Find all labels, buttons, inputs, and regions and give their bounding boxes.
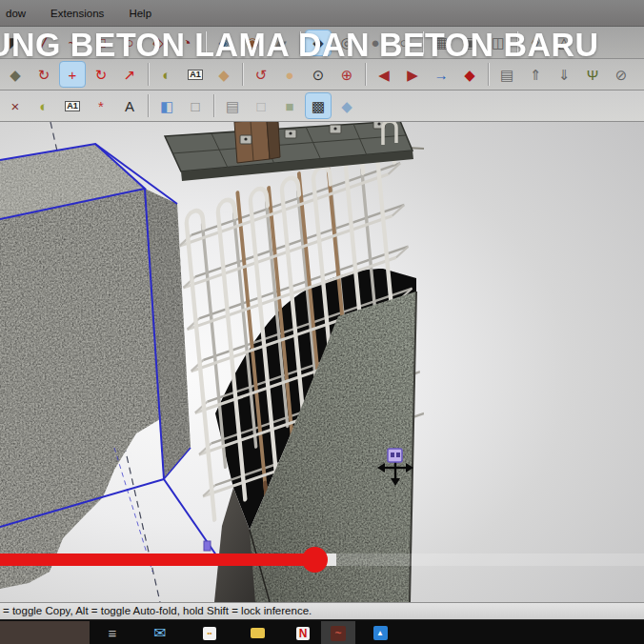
arc-tool-icon[interactable]: ◔ <box>174 30 199 55</box>
toolbar-separator <box>299 31 301 54</box>
eraser-icon[interactable]: ▰ <box>269 30 293 55</box>
taskbar-left-block <box>0 621 90 644</box>
smoove-icon[interactable]: ⊘ <box>609 62 634 87</box>
highlighted-tool-icon[interactable]: ◆ <box>306 30 331 55</box>
toolbar-separator <box>213 94 215 117</box>
toolbar-row-2: ◆↻+↻↗◐A1◆↺●⊙⊕◀▶→◆▤⇑⇓Ψ⊘ <box>0 59 644 91</box>
grass-fur-icon[interactable]: Ψ <box>580 62 605 87</box>
model-viewport[interactable] <box>0 122 644 602</box>
toolbar-separator <box>365 63 367 86</box>
store-icon[interactable]: •• <box>192 621 227 644</box>
move-tool-icon[interactable]: + <box>60 62 85 87</box>
toolbar-separator <box>516 31 518 54</box>
zoom-extents-icon[interactable]: ⊕ <box>334 62 359 87</box>
offset-tool-icon[interactable]: ◆ <box>3 62 28 87</box>
sketchup-video-frame: dowExtensionsHelp ◤╱~□○◇◔◈◉▰◆◎●○▦▣◫◊△ ◆↻… <box>0 0 644 644</box>
wireframe-mode-icon[interactable]: □ <box>183 93 208 118</box>
paint-bucket-icon[interactable]: ◉ <box>240 30 265 55</box>
sandbox-table-icon[interactable]: ◊ <box>523 30 548 55</box>
active-app-icon-tile: ~ <box>331 626 346 641</box>
teapot-render-icon[interactable]: ● <box>363 30 388 55</box>
pushpull-tool-icon[interactable]: ◐ <box>154 62 179 87</box>
windows-taskbar[interactable]: ≡✉••N~▲ <box>0 619 644 644</box>
inference-marker <box>204 541 211 551</box>
axes-partial-icon[interactable]: × <box>3 93 28 118</box>
store-icon-tile: •• <box>203 627 216 640</box>
window-dialog-icon[interactable]: ▦ <box>429 30 453 55</box>
xray-mode-icon[interactable]: ◧ <box>154 93 179 118</box>
shaded-mode-icon[interactable]: ■ <box>277 93 302 118</box>
sandbox-contours-icon[interactable]: ▤ <box>494 62 519 87</box>
app-chrome: dowExtensionsHelp ◤╱~□○◇◔◈◉▰◆◎●○▦▣◫◊△ ◆↻… <box>0 0 644 122</box>
toolbar-separator <box>488 63 490 86</box>
active-app-icon[interactable]: ~ <box>321 621 355 644</box>
toolbar-separator <box>422 31 424 54</box>
toolbar-row-3: ×◐A1*A◧□▤□■▩◆ <box>0 91 644 122</box>
hidden-line-mode-icon[interactable]: □ <box>249 93 273 118</box>
text-tool-icon[interactable]: A1 <box>183 62 208 87</box>
status-message: = toggle Copy, Alt = toggle Auto-fold, h… <box>3 605 312 616</box>
shell-tool-icon[interactable]: ◐ <box>31 93 56 118</box>
line-tool-icon[interactable]: ╱ <box>31 30 56 55</box>
orbit-tool-icon[interactable]: ↺ <box>249 62 273 87</box>
styles-dialog-icon[interactable]: ◫ <box>486 30 511 55</box>
teapot-render-2-icon[interactable]: ○ <box>392 30 416 55</box>
photos-icon-tile: ▲ <box>373 626 388 640</box>
polygon-tool-icon[interactable]: ◇ <box>146 30 171 55</box>
measure-tool-icon[interactable]: ◆ <box>211 62 236 87</box>
gem-icon[interactable]: ◆ <box>457 62 482 87</box>
mail-icon[interactable]: ✉ <box>143 621 177 644</box>
file-explorer-icon[interactable] <box>240 621 274 644</box>
drape-down-icon[interactable]: ⇓ <box>552 62 576 87</box>
toolbar-separator <box>148 63 150 86</box>
status-bar: = toggle Copy, Alt = toggle Auto-fold, h… <box>0 602 644 619</box>
freehand-tool-icon[interactable]: ~ <box>60 30 85 55</box>
scene-canvas <box>0 122 644 602</box>
netflix-icon-tile: N <box>296 627 310 640</box>
back-edges-mode-icon[interactable]: ▤ <box>220 93 245 118</box>
video-playhead[interactable] <box>302 547 328 573</box>
toolbar-separator <box>148 94 150 117</box>
task-view-icon[interactable]: ≡ <box>95 621 130 644</box>
select-tool-icon[interactable]: ◤ <box>3 30 28 55</box>
circle-tool-icon[interactable]: ○ <box>117 30 142 55</box>
lock-dialog-icon[interactable]: ▣ <box>457 30 482 55</box>
netflix-icon[interactable]: N <box>286 621 320 644</box>
toolbar-row-1: ◤╱~□○◇◔◈◉▰◆◎●○▦▣◫◊△ <box>0 27 644 59</box>
toolbar-separator <box>205 31 207 54</box>
video-progress-played <box>0 553 314 566</box>
next-view-icon[interactable]: ▶ <box>400 62 425 87</box>
walk-tool-icon[interactable]: ◎ <box>334 30 359 55</box>
previous-view-icon[interactable]: ◀ <box>372 62 396 87</box>
export-icon[interactable]: → <box>429 62 453 87</box>
formwork-plate[interactable] <box>165 122 424 181</box>
file-explorer-icon-tile <box>251 628 265 638</box>
rectangle-tool-icon[interactable]: □ <box>89 30 113 55</box>
menu-bar: dowExtensionsHelp <box>0 0 644 27</box>
instructor-icon[interactable]: △ <box>552 30 576 55</box>
follow-me-tool-icon[interactable]: ↻ <box>31 62 56 87</box>
make-component-icon[interactable]: ◈ <box>211 30 236 55</box>
3d-text-tool-icon[interactable]: A <box>117 93 142 118</box>
old-concrete-block[interactable] <box>0 138 221 595</box>
scale-tool-icon[interactable]: ↗ <box>117 62 142 87</box>
pan-tool-icon[interactable]: ● <box>277 62 302 87</box>
photos-icon[interactable]: ▲ <box>363 621 397 644</box>
toolbar-separator <box>242 63 244 86</box>
textured-mode-icon[interactable]: ▩ <box>306 93 331 118</box>
zoom-tool-icon[interactable]: ⊙ <box>306 62 331 87</box>
rotate-tool-icon[interactable]: ↻ <box>89 62 113 87</box>
menu-window[interactable]: dow <box>4 6 28 21</box>
menu-help[interactable]: Help <box>127 6 153 21</box>
drape-up-icon[interactable]: ⇑ <box>523 62 548 87</box>
menu-extensions[interactable]: Extensions <box>49 6 106 21</box>
text-annotation-icon[interactable]: A1 <box>60 93 85 118</box>
axes-tool-icon[interactable]: * <box>89 93 113 118</box>
monochrome-mode-icon[interactable]: ◆ <box>334 93 359 118</box>
